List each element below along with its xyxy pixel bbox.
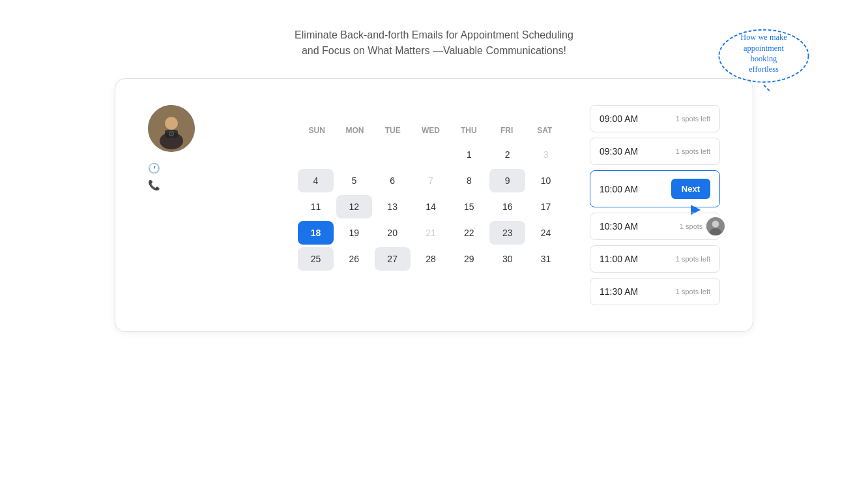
day-cell[interactable]: 16 [489,195,525,218]
day-cell[interactable]: 11 [298,195,334,218]
time-slot-wrapper: 10:00 AMNext▶ [590,170,720,207]
day-cell[interactable]: 13 [375,195,411,218]
day-header-sun: SUN [298,123,336,138]
page-container: How we make appointment booking effortle… [0,0,868,497]
day-cell[interactable]: 5 [336,169,372,192]
calendar-header [298,105,564,110]
time-slot-wrapper: 11:30 AM1 spots left [590,278,720,305]
time-panel: 09:00 AM1 spots left09:30 AM1 spots left… [590,105,720,305]
day-cell[interactable]: 25 [298,247,334,271]
svg-text:How we make: How we make [740,33,787,42]
time-slot[interactable]: 11:00 AM1 spots left [590,245,720,273]
day-cell [375,143,411,166]
time-label: 11:30 AM [600,286,638,297]
day-cell[interactable]: 14 [413,195,449,218]
avatar [148,105,195,152]
svg-text:effortless: effortless [749,65,779,74]
day-cell[interactable]: 29 [451,247,487,271]
spots-label: 1 spots left [676,255,710,263]
days-grid: 1234567891011121314151617181920212223242… [298,143,564,271]
day-cell[interactable]: 23 [489,221,525,245]
day-cell [336,143,372,166]
day-headers-row: SUN MON TUE WED THU FRI SAT [298,123,564,138]
day-cell[interactable]: 12 [336,195,372,218]
day-header-mon: MON [336,123,373,138]
user-avatar-overlay [705,216,726,237]
day-cell[interactable]: 8 [451,169,487,192]
svg-text:appointment: appointment [744,44,784,53]
day-cell[interactable]: 31 [528,247,564,271]
duration-detail: 🕐 [148,162,272,174]
spots-label: 1 spots left [676,147,710,155]
day-cell[interactable]: 27 [375,247,411,271]
svg-text:booking: booking [751,54,777,63]
day-header-thu: THU [450,123,487,138]
day-cell[interactable]: 9 [489,169,525,192]
day-cell[interactable]: 22 [451,221,487,245]
calendar-panel: SUN MON TUE WED THU FRI SAT 123456789101… [298,105,564,271]
time-slot[interactable]: 11:30 AM1 spots left [590,278,720,305]
day-cell[interactable]: 26 [336,247,372,271]
day-cell[interactable]: 7 [413,169,449,192]
day-cell[interactable]: 18 [298,221,334,245]
day-header-sat: SAT [526,123,564,138]
time-slot-wrapper: 11:00 AM1 spots left [590,245,720,273]
day-cell [298,143,334,166]
day-cell[interactable]: 30 [489,247,525,271]
day-cell[interactable]: 6 [375,169,411,192]
calendar-grid: SUN MON TUE WED THU FRI SAT 123456789101… [298,123,564,271]
time-label: 10:30 AM [600,221,638,232]
spots-label: 1 spots left [676,115,710,123]
handwritten-bubble: How we make appointment booking effortle… [712,26,816,91]
time-label: 09:30 AM [600,146,638,157]
day-cell[interactable]: 17 [528,195,564,218]
left-panel: 🕐 📞 [148,105,272,196]
contact-detail: 📞 [148,179,272,191]
svg-point-11 [170,132,173,136]
day-cell[interactable]: 3 [528,143,564,166]
next-month-btn[interactable] [444,105,454,110]
time-slot-wrapper: 10:30 AM1 spots le [590,213,720,240]
day-cell[interactable]: 21 [413,221,449,245]
svg-point-14 [710,228,721,236]
day-header-fri: FRI [487,123,525,138]
time-label: 10:00 AM [600,184,638,194]
time-slot-wrapper: 09:30 AM1 spots left [590,138,720,165]
time-slot[interactable]: 10:30 AM1 spots le [590,213,720,240]
time-slot[interactable]: 10:00 AMNext [590,170,720,207]
day-cell[interactable]: 10 [528,169,564,192]
day-cell[interactable]: 19 [336,221,372,245]
time-label: 11:00 AM [600,254,638,264]
day-cell[interactable]: 24 [528,221,564,245]
day-cell[interactable]: 28 [413,247,449,271]
prev-month-btn[interactable] [407,105,418,110]
phone-icon: 📞 [148,179,160,191]
day-cell[interactable]: 2 [489,143,525,166]
clock-icon: 🕐 [148,162,160,174]
day-cell[interactable]: 4 [298,169,334,192]
day-cell[interactable]: 1 [451,143,487,166]
svg-point-7 [165,117,178,130]
time-slot-wrapper: 09:00 AM1 spots left [590,105,720,132]
time-label: 09:00 AM [600,113,638,124]
day-header-tue: TUE [374,123,412,138]
next-button[interactable]: Next [671,179,710,199]
svg-point-13 [712,220,719,228]
spots-label: 1 spots left [676,288,710,295]
day-cell[interactable]: 15 [451,195,487,218]
booking-card: 🕐 📞 SUN MON TUE WED THU [115,78,753,332]
time-slot[interactable]: 09:30 AM1 spots left [590,138,720,165]
time-slot[interactable]: 09:00 AM1 spots left [590,105,720,132]
day-cell [413,143,449,166]
day-header-wed: WED [412,123,450,138]
day-cell[interactable]: 20 [375,221,411,245]
